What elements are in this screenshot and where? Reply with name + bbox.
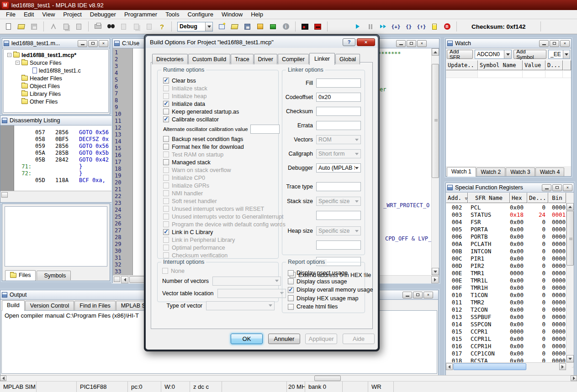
checkbox[interactable] [163, 221, 169, 227]
disassembly-line[interactable]: 05B 2842 GOTO 0x42 [14, 157, 112, 163]
checkbox[interactable] [163, 229, 169, 235]
scrollbar-thumb[interactable] [314, 376, 341, 381]
menu-item[interactable]: Programmer [120, 10, 161, 19]
paste-button[interactable] [73, 21, 85, 32]
new-file-button[interactable] [3, 21, 14, 32]
files-panel-tab[interactable]: Symbols [37, 271, 71, 280]
minimize-button[interactable] [78, 40, 87, 47]
minimize-button[interactable] [396, 40, 406, 47]
runtime-option[interactable]: Link in Peripheral Library [163, 236, 276, 244]
dialog-tab[interactable]: Trace [231, 54, 254, 64]
codeoffset-input[interactable] [316, 93, 361, 102]
animate-button[interactable] [377, 21, 389, 32]
sfr-row[interactable]: 00E TMR1 0000 0 0000 [446, 270, 566, 277]
scrollbar-thumb[interactable] [432, 64, 439, 178]
report-option[interactable]: Display class usage [288, 277, 364, 286]
checkbox[interactable] [163, 109, 169, 115]
step-into-button[interactable]: {+} [390, 21, 402, 32]
debug-mode-select[interactable]: Debug [177, 22, 213, 31]
sfr-row[interactable]: 018 RCSTA 0x00 0 0000 [446, 357, 566, 362]
fill-input[interactable] [316, 78, 361, 88]
menu-item[interactable]: Edit [20, 10, 38, 19]
watch-column-header[interactable]: Update.. [446, 60, 478, 70]
expander-icon[interactable]: − [16, 61, 20, 65]
runtime-option[interactable]: NMI handler [163, 189, 276, 197]
sfr-row[interactable]: 00E TMR1L 0x00 0 0000 [446, 277, 566, 284]
minimize-button[interactable] [539, 40, 549, 47]
runtime-option[interactable]: Format hex file for download [163, 143, 276, 151]
report-option[interactable]: Create html files [288, 303, 364, 311]
reset-button[interactable] [429, 21, 440, 32]
clear-breakpoints-button[interactable] [312, 21, 323, 32]
sfr-column-header-address[interactable]: Add. ▽ [446, 193, 468, 203]
checkbox[interactable] [288, 287, 294, 293]
info-button[interactable]: i [280, 21, 291, 32]
new-project-button[interactable] [216, 21, 228, 32]
step-out-button[interactable]: {↑} [416, 21, 427, 32]
resize-grip[interactable]: .: [566, 363, 574, 370]
checkbox[interactable] [288, 278, 294, 284]
scroll-down-button[interactable] [432, 268, 439, 275]
scroll-down-button[interactable] [566, 355, 574, 362]
symbol-select[interactable]: _EE [548, 50, 570, 59]
watch-column-header[interactable]: Value [523, 60, 545, 70]
sfr-row[interactable]: 006 PORTB 0x00 0 0000 [446, 233, 566, 240]
watch-empty-row[interactable] [446, 70, 571, 78]
sfr-row[interactable]: 00F TMR1H 0x00 0 0000 [446, 284, 566, 292]
alt-oscillator-input[interactable] [250, 125, 280, 134]
runtime-option[interactable]: Managed stack [163, 158, 276, 166]
checkbox[interactable] [163, 144, 169, 150]
debugger-select[interactable]: Auto (MPLAB SIM [316, 163, 361, 172]
disassembly-line[interactable]: 05A 285B GOTO 0x5b [14, 150, 112, 157]
add-sfr-button[interactable]: Add SFR [447, 50, 473, 59]
editor-vertical-scrollbar[interactable] [431, 48, 439, 275]
runtime-option[interactable]: Optimal performance [163, 244, 276, 251]
sfr-row[interactable]: 00B INTCON 0x00 0 0000 [446, 248, 566, 255]
program-target-button[interactable] [267, 21, 279, 32]
menu-item[interactable]: Tools [161, 10, 183, 19]
find-next-button[interactable] [118, 21, 129, 32]
menu-item[interactable]: Help [247, 10, 267, 19]
watch-body[interactable] [446, 78, 571, 166]
menu-item[interactable]: View [38, 10, 59, 19]
checkbox[interactable] [163, 198, 169, 204]
breakpoints-button[interactable]: B [441, 21, 453, 32]
watch-column-header[interactable]: D... [545, 60, 563, 70]
runtime-option[interactable]: Link in C Library [163, 228, 276, 236]
dialog-tab[interactable]: Compiler [278, 54, 309, 64]
runtime-option[interactable]: Initialize heap [163, 92, 276, 100]
sfr-select[interactable]: ADCON0 [475, 50, 512, 59]
expander-icon[interactable]: − [7, 53, 11, 57]
scroll-right-button[interactable] [431, 276, 439, 283]
sfr-horizontal-scrollbar[interactable]: .: [446, 362, 574, 370]
save-workspace-button[interactable] [242, 21, 253, 32]
project-tree-item[interactable]: − Other Files [4, 98, 108, 105]
disassembly-line[interactable]: 059 2856 GOTO 0x56 [14, 143, 112, 150]
report-option[interactable]: Display overall memory usage [288, 286, 364, 294]
runtime-option[interactable]: Soft reset handler [163, 197, 276, 205]
disassembly-line[interactable]: 72: } [14, 170, 112, 177]
ok-button[interactable]: OK [231, 334, 263, 344]
checkbox[interactable] [163, 85, 169, 91]
build-options-button[interactable] [254, 21, 266, 32]
watch-tab[interactable]: Watch 3 [506, 167, 535, 176]
scrollbar-thumb[interactable] [453, 363, 526, 370]
sfr-row[interactable]: 003 STATUS 0x18 24 0001 [446, 211, 566, 219]
sfr-column-header-bin[interactable]: Bin [548, 193, 566, 203]
watch-column-header[interactable]: Symbol Name [478, 60, 523, 70]
sfr-row[interactable]: 017 CCP1CON 0x00 0 0000 [446, 350, 566, 357]
save-file-button[interactable] [28, 21, 40, 32]
checkbox[interactable] [288, 304, 294, 310]
report-option[interactable]: Display HEX usage map [288, 294, 364, 303]
checkbox[interactable] [163, 78, 169, 84]
copy-button[interactable] [60, 21, 72, 32]
checkbox[interactable] [163, 206, 169, 212]
minimize-button[interactable] [402, 292, 412, 298]
close-button[interactable]: × [99, 40, 108, 47]
output-tab[interactable]: Version Control [25, 301, 74, 310]
disassembly-titlebar[interactable]: Disassembly Listing [0, 116, 112, 125]
add-symbol-button[interactable]: Add Symbol [513, 50, 546, 59]
project-tree-item[interactable]: − Header Files [4, 74, 108, 82]
dialog-titlebar[interactable]: Build Options For Project "led16f88_test… [146, 36, 378, 48]
runtime-option[interactable]: Initialize stack [163, 84, 276, 92]
